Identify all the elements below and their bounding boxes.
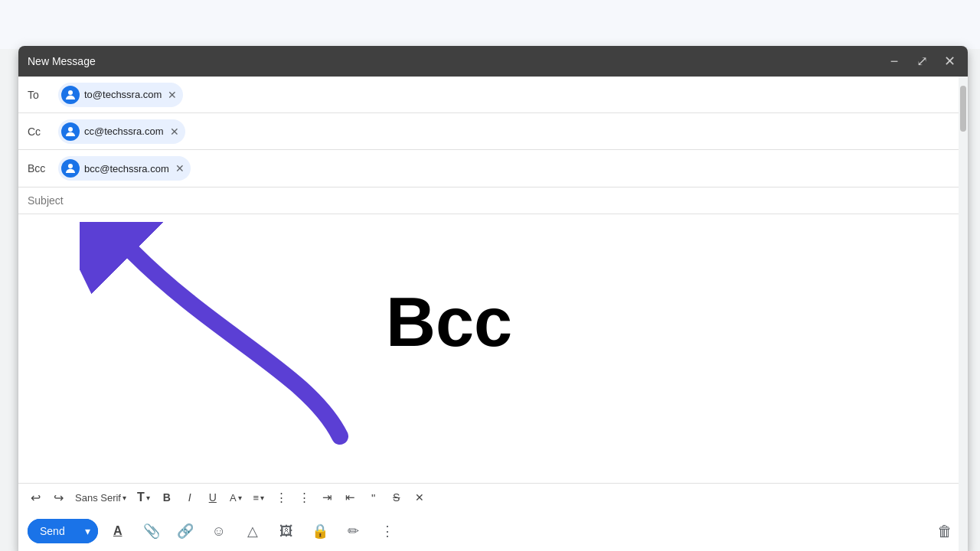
bcc-row: Bcc bcc@techssra.com ✕	[18, 150, 968, 187]
cc-chip[interactable]: cc@techssra.com ✕	[58, 119, 185, 144]
quote-icon: "	[371, 491, 375, 504]
cc-chip-close[interactable]: ✕	[170, 126, 179, 138]
scrollbar[interactable]	[959, 77, 968, 551]
subject-input[interactable]	[28, 194, 959, 207]
quote-button[interactable]: "	[363, 487, 384, 508]
compose-textarea[interactable]	[18, 214, 968, 483]
drive-icon: △	[247, 523, 258, 540]
bold-button[interactable]: B	[156, 487, 178, 508]
to-chip-close[interactable]: ✕	[168, 89, 177, 101]
close-button[interactable]: ✕	[940, 52, 959, 70]
align-selector[interactable]: ≡ ▾	[248, 487, 270, 508]
photo-icon: 🖼	[279, 523, 293, 540]
to-chip[interactable]: to@techssra.com ✕	[58, 83, 183, 107]
minimize-button[interactable]: −	[885, 52, 903, 70]
font-family-selector[interactable]: Sans Serif ▾	[70, 487, 131, 508]
emoji-button[interactable]: ☺	[205, 517, 233, 545]
more-icon: ⋮	[381, 523, 394, 540]
delete-draft-button[interactable]: 🗑	[931, 517, 959, 545]
link-icon: 🔗	[177, 523, 194, 540]
to-row: To to@techssra.com ✕	[18, 77, 968, 113]
indent-icon: ⇥	[322, 491, 332, 504]
link-button[interactable]: 🔗	[172, 517, 199, 545]
pen-icon: ✏	[348, 523, 359, 540]
bold-icon: B	[163, 491, 171, 504]
photo-button[interactable]: 🖼	[273, 517, 300, 545]
undo-button[interactable]: ↩	[24, 487, 46, 508]
compose-body: Bcc	[18, 214, 968, 483]
indent-button[interactable]: ⇥	[317, 487, 338, 508]
compose-window: New Message − ⤢ ✕ To to@techssra.com ✕	[18, 46, 968, 551]
lock-icon: 🔒	[312, 523, 328, 540]
bullet-list-button[interactable]: ⋮	[294, 487, 315, 508]
underline-button[interactable]: U	[202, 487, 224, 508]
font-family-label: Sans Serif	[75, 492, 121, 504]
bcc-label: Bcc	[28, 162, 58, 174]
bcc-email: bcc@techssra.com	[84, 163, 169, 174]
font-size-icon: T	[137, 491, 145, 504]
align-icon: ≡	[253, 492, 259, 504]
scrollbar-thumb	[960, 86, 966, 132]
trash-icon: 🗑	[937, 523, 952, 540]
send-button-wrapper: Send ▾	[28, 519, 98, 543]
text-color-label: A	[230, 492, 237, 504]
cc-label: Cc	[28, 126, 58, 138]
svg-point-2	[68, 164, 73, 168]
drive-button[interactable]: △	[239, 517, 266, 545]
formatting-toolbar: ↩ ↪ Sans Serif ▾ T ▾ B I U A ▾ ≡ ▾	[18, 483, 968, 511]
svg-point-1	[68, 127, 73, 132]
outdent-button[interactable]: ⇤	[340, 487, 361, 508]
cc-email: cc@techssra.com	[84, 126, 164, 137]
numbered-list-icon: ⋮	[276, 491, 287, 504]
redo-button[interactable]: ↪	[47, 487, 69, 508]
subject-row	[18, 187, 968, 214]
formatting-icon: A	[113, 524, 122, 538]
text-color-selector[interactable]: A ▾	[225, 487, 247, 508]
clear-format-icon: ✕	[415, 491, 424, 504]
to-email: to@techssra.com	[84, 89, 162, 100]
compose-actions: Send ▾ A 📎 🔗 ☺ △ 🖼 🔒 ✏ ⋮	[18, 511, 968, 551]
more-options-button[interactable]: ⋮	[374, 517, 401, 545]
bullet-list-icon: ⋮	[299, 491, 310, 504]
cc-row: Cc cc@techssra.com ✕	[18, 113, 968, 150]
send-button[interactable]: Send	[28, 519, 77, 543]
attach-button[interactable]: 📎	[138, 517, 165, 545]
formatting-options-button[interactable]: A	[104, 517, 132, 545]
italic-icon: I	[188, 491, 191, 504]
attach-icon: 📎	[143, 523, 160, 540]
gmail-header	[0, 0, 980, 49]
to-avatar	[61, 86, 80, 104]
expand-button[interactable]: ⤢	[913, 52, 931, 70]
numbered-list-button[interactable]: ⋮	[271, 487, 292, 508]
outdent-icon: ⇤	[345, 491, 355, 504]
bcc-chip[interactable]: bcc@techssra.com ✕	[58, 156, 191, 181]
font-size-selector[interactable]: T ▾	[132, 487, 155, 508]
emoji-icon: ☺	[212, 523, 226, 540]
confidential-button[interactable]: 🔒	[306, 517, 334, 545]
clear-format-button[interactable]: ✕	[409, 487, 430, 508]
strikethrough-button[interactable]: S	[386, 487, 407, 508]
strikethrough-icon: S	[393, 491, 400, 504]
compose-titlebar: New Message − ⤢ ✕	[18, 46, 968, 77]
cc-avatar	[61, 122, 80, 141]
compose-fields: To to@techssra.com ✕ Cc	[18, 77, 968, 187]
svg-point-0	[68, 90, 73, 95]
signature-button[interactable]: ✏	[340, 517, 368, 545]
compose-title: New Message	[28, 55, 96, 67]
to-label: To	[28, 89, 58, 101]
send-dropdown-button[interactable]: ▾	[77, 519, 98, 543]
bcc-chip-close[interactable]: ✕	[175, 162, 185, 174]
titlebar-actions: − ⤢ ✕	[885, 52, 959, 70]
bcc-avatar	[61, 159, 80, 178]
italic-button[interactable]: I	[179, 487, 201, 508]
underline-icon: U	[209, 491, 217, 504]
